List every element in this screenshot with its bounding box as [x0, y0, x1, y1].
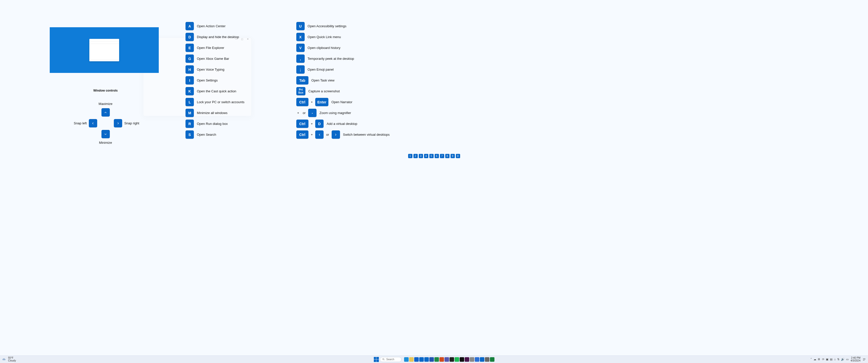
key-combo: U [296, 22, 305, 30]
key-‹[interactable] [315, 130, 323, 139]
chevron-right-icon [116, 122, 120, 125]
taskbar-app-app2[interactable] [475, 357, 479, 362]
shortcut-desc: Lock your PC or switch accounts [197, 100, 245, 104]
system-tray[interactable]: ˄☁⛨⟳▣▤⌂⇅🔊▭ 2:40 PM 4/3/2024 [810, 357, 866, 362]
key-s[interactable]: S [186, 130, 194, 139]
shortcut-row: Ctrl+DAdd a virtual desktop [296, 120, 390, 128]
weather-condition: Cloudy [8, 360, 16, 362]
tray-battery-icon[interactable]: ▭ [846, 358, 848, 361]
key-combo: PrtScn [296, 87, 305, 95]
shortcuts-column-1: AOpen Action CenterDDisplay and hide the… [186, 22, 245, 139]
shortcut-desc: Open File Explorer [197, 46, 224, 50]
maximize-label: Maximize [99, 102, 113, 106]
tray-wifi-icon[interactable]: ⇅ [837, 358, 839, 361]
taskbar-clock[interactable]: 2:40 PM 4/3/2024 [850, 357, 861, 362]
key-d[interactable]: D [315, 120, 323, 128]
tray-tb3-icon[interactable]: ⌂ [834, 358, 836, 361]
key-ctrl[interactable]: Ctrl [296, 120, 308, 128]
page-1[interactable]: 1 [408, 154, 412, 158]
key-v[interactable]: V [296, 44, 305, 52]
tray-shield-icon[interactable]: ⛨ [818, 358, 820, 361]
page-5[interactable]: 5 [429, 154, 434, 158]
tray-tb1-icon[interactable]: ▣ [826, 358, 828, 361]
or-separator: or [325, 133, 330, 136]
taskbar-app-power[interactable] [439, 357, 444, 362]
key-r[interactable]: R [186, 120, 194, 128]
taskbar[interactable]: 55°F Cloudy Search ˄☁⛨⟳▣▤⌂⇅🔊▭ 2:40 PM 4/… [0, 356, 868, 363]
page-4[interactable]: 4 [424, 154, 428, 158]
taskbar-app-store[interactable] [414, 357, 419, 362]
snap-left-label: Snap left [74, 121, 87, 125]
key-tab[interactable]: Tab [296, 76, 308, 85]
key-a[interactable]: A [186, 22, 194, 30]
key-ctrl[interactable]: Ctrl [296, 130, 308, 139]
page-3[interactable]: 3 [419, 154, 423, 158]
snap-right-label: Snap right [124, 121, 139, 125]
tray-tb2-icon[interactable]: ▤ [830, 358, 832, 361]
tray-onedrive-icon[interactable]: ☁ [813, 358, 816, 361]
weather-widget[interactable]: 55°F Cloudy [2, 357, 16, 362]
key-g[interactable]: G [186, 55, 194, 63]
taskbar-app-outlook[interactable] [424, 357, 429, 362]
key-d[interactable]: D [186, 33, 194, 41]
key-u[interactable]: U [296, 22, 305, 30]
shortcut-row: Ctrl+EnterOpen Narrator [296, 98, 390, 106]
tray-volume-icon[interactable]: 🔊 [841, 358, 844, 361]
shortcut-desc: Capture a screenshot [308, 89, 340, 93]
key--[interactable]: - [308, 109, 316, 117]
notifications-icon[interactable] [863, 358, 866, 361]
tray-sync-icon[interactable]: ⟳ [822, 358, 824, 361]
key-x[interactable]: X [296, 33, 305, 41]
taskbar-app-edge[interactable] [404, 357, 409, 362]
key-prt-scn[interactable]: PrtScn [296, 87, 305, 95]
shortcut-row: ,Temporarily peek at the desktop [296, 55, 390, 63]
key-,[interactable]: , [296, 55, 305, 63]
key-›[interactable] [332, 130, 340, 139]
taskbar-app-slack[interactable] [465, 357, 469, 362]
key-k[interactable]: K [186, 87, 194, 95]
taskbar-app-explorer[interactable] [409, 357, 414, 362]
window-controls-section: Window controls Maximize Snap left Snap … [65, 89, 146, 144]
key-l[interactable]: L [186, 98, 194, 106]
taskbar-app-settings[interactable] [485, 357, 489, 362]
key-ctrl[interactable]: Ctrl [296, 98, 308, 106]
shortcut-desc: Switch between virtual desktops [343, 133, 390, 136]
key-combo: V [296, 44, 305, 52]
taskbar-app-app3[interactable] [490, 357, 494, 362]
taskbar-app-mail[interactable] [419, 357, 424, 362]
tray-chevron-icon[interactable]: ˄ [810, 358, 812, 361]
search-placeholder: Search [386, 358, 395, 361]
key-combo: Ctrl+or [296, 130, 340, 139]
shortcut-desc: Temporarily peek at the desktop [308, 57, 354, 61]
taskbar-app-spotify[interactable] [455, 357, 459, 362]
page-0[interactable]: 0 [456, 154, 460, 158]
taskbar-app-app1[interactable] [470, 357, 474, 362]
key-h[interactable]: H [186, 65, 194, 74]
arrow-down-key[interactable] [101, 130, 110, 138]
page-6[interactable]: 6 [435, 154, 439, 158]
taskbar-app-excel[interactable] [434, 357, 439, 362]
key-;[interactable]: ; [296, 65, 305, 74]
key-e[interactable]: E [186, 44, 194, 52]
key-i[interactable]: I [186, 76, 194, 85]
key-combo: ; [296, 65, 305, 74]
arrow-up-key[interactable] [101, 108, 110, 117]
page-9[interactable]: 9 [451, 154, 455, 158]
taskbar-search[interactable]: Search [380, 357, 402, 362]
taskbar-app-terminal[interactable] [450, 357, 454, 362]
chevron-up-icon [104, 111, 107, 114]
taskbar-app-teams[interactable] [444, 357, 449, 362]
page-7[interactable]: 7 [440, 154, 444, 158]
taskbar-app-figma[interactable] [460, 357, 464, 362]
page-8[interactable]: 8 [445, 154, 450, 158]
arrow-left-key[interactable] [89, 119, 97, 127]
shortcut-row: Ctrl+orSwitch between virtual desktops [296, 130, 390, 139]
arrow-right-key[interactable] [114, 119, 122, 127]
key-enter[interactable]: Enter [315, 98, 329, 106]
start-button[interactable] [374, 357, 379, 362]
page-2[interactable]: 2 [413, 154, 418, 158]
shortcut-desc: Zoom using magnifier [319, 111, 351, 115]
key-m[interactable]: M [186, 109, 194, 117]
taskbar-app-word[interactable] [429, 357, 434, 362]
taskbar-app-vscode[interactable] [480, 357, 484, 362]
